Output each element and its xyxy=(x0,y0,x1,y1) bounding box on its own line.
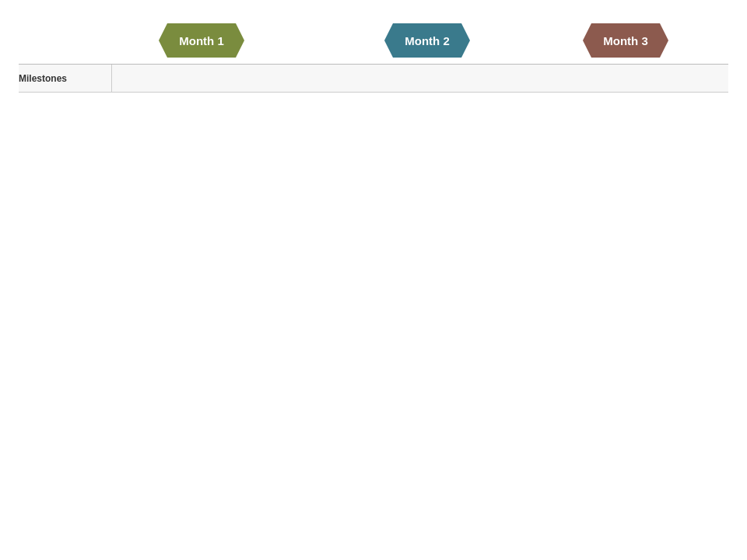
month-header-1: Month 1 xyxy=(159,23,244,58)
milestones-row: Milestones xyxy=(19,65,728,93)
month-headers: Month 1Month 2Month 3 xyxy=(112,23,728,58)
milestones-content xyxy=(112,65,728,92)
roadmap-container: Month 1Month 2Month 3 Milestones xyxy=(19,23,728,93)
month-header-2: Month 2 xyxy=(384,23,470,58)
milestones-label: Milestones xyxy=(19,65,112,92)
month-header-3: Month 3 xyxy=(583,23,668,58)
gantt-grid: Milestones xyxy=(19,64,728,93)
